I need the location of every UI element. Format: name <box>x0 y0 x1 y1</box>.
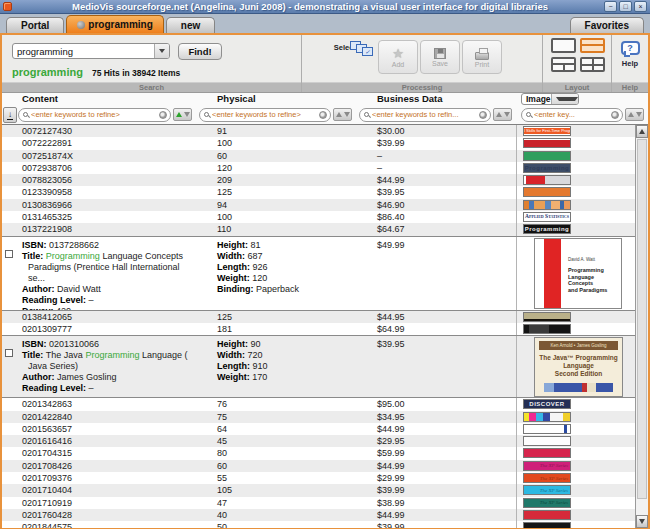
table-row[interactable]: 0072938706120–Programming <box>2 162 635 174</box>
image-cell: The XP Series <box>516 484 635 496</box>
table-row[interactable]: 0201309777181$64.99 <box>2 323 635 335</box>
table-header: Content Physical Business Data Image <box>2 93 648 105</box>
table-row[interactable]: 007212743091$30.00Essential Skills for F… <box>2 125 635 137</box>
column-header-physical[interactable]: Physical <box>196 93 356 105</box>
image-cell <box>516 186 635 198</box>
book-cover-thumbnail: The XP Series <box>523 473 571 483</box>
layout-single-icon[interactable] <box>551 38 576 53</box>
scroll-down-button[interactable] <box>636 515 648 528</box>
filter-go-icon[interactable] <box>611 111 619 119</box>
row-checkbox[interactable] <box>5 349 13 357</box>
physical-filter-input[interactable] <box>211 110 318 119</box>
table-row[interactable]: 020156365764$44.99 <box>2 423 635 435</box>
table-row[interactable]: 020184457550$39.99 <box>2 521 635 528</box>
business-cell: $39.99 <box>356 484 516 496</box>
content-filter-input[interactable] <box>30 110 158 119</box>
table-row[interactable]: 013083696694$46.90 <box>2 199 635 211</box>
table-row[interactable]: 0123390958125$39.95 <box>2 186 635 198</box>
vertical-scrollbar[interactable] <box>635 125 648 528</box>
table-row[interactable]: 020161641645$29.95 <box>2 435 635 447</box>
tab-portal[interactable]: Portal <box>6 17 64 33</box>
image-cell <box>516 323 635 335</box>
detail-field: Height: 90 <box>217 339 356 350</box>
physical-cell: 209 <box>196 174 356 186</box>
layout-horizontal-split-icon[interactable] <box>580 38 605 53</box>
business-sort-buttons[interactable] <box>493 108 512 121</box>
physical-filter[interactable] <box>199 108 331 122</box>
table-row-expanded[interactable]: ISBN: 0201310066Title: The Java Programm… <box>2 335 635 398</box>
table-row[interactable]: 020176042840$44.99 <box>2 509 635 521</box>
detail-field: ISBN: 0137288662 <box>22 240 188 251</box>
table-row[interactable]: 0131465325100$86.40Applied Statistics <box>2 211 635 223</box>
physical-cell: 60 <box>196 460 356 472</box>
select-all-button[interactable]: ✓ Select all <box>328 41 372 52</box>
filter-go-icon[interactable] <box>159 111 167 119</box>
book-cover-thumbnail: DISCOVER <box>523 399 571 409</box>
image-filter[interactable] <box>521 108 623 122</box>
physical-sort-buttons[interactable] <box>333 108 352 121</box>
search-combobox[interactable] <box>12 43 170 59</box>
tab-programming[interactable]: programming <box>66 15 163 33</box>
layout-quad-icon[interactable] <box>580 57 605 72</box>
column-header-content[interactable]: Content <box>2 93 196 105</box>
table-row[interactable]: 0078823056209$44.99 <box>2 174 635 186</box>
physical-cell: 125 <box>196 311 356 323</box>
download-button[interactable]: ↓ <box>3 107 17 123</box>
find-button[interactable]: Find! <box>178 43 222 60</box>
cover-title-line: and Paradigms <box>568 287 607 294</box>
book-cover-thumbnail: Applied Statistics <box>523 212 571 222</box>
add-button[interactable]: ★ Add <box>378 40 418 74</box>
image-sort-buttons[interactable] <box>625 108 644 121</box>
table-row[interactable]: 020142284075$34.95 <box>2 411 635 423</box>
image-cell: Ken Arnold • James GoslingThe Java™ Prog… <box>516 336 635 397</box>
scroll-up-button[interactable] <box>636 125 648 138</box>
table-row[interactable]: 020171091947$38.99The XP Series <box>2 497 635 509</box>
layout-top-bottom-split-icon[interactable] <box>551 57 576 72</box>
content-cell: 0201704315 <box>2 447 196 459</box>
table-row[interactable]: 020170842660$44.99The XP Series <box>2 460 635 472</box>
search-icon <box>204 112 209 117</box>
search-input[interactable] <box>13 46 154 57</box>
table-row-expanded[interactable]: ISBN: 0137288662Title: Programming Langu… <box>2 236 635 311</box>
business-cell: $44.99 <box>356 174 516 186</box>
image-filter-input[interactable] <box>533 110 610 119</box>
content-sort-buttons[interactable] <box>173 108 192 121</box>
tab-new[interactable]: new <box>166 17 215 33</box>
table-row[interactable]: 0138412065125$44.95 <box>2 311 635 323</box>
cover-title: The Java™ ProgrammingLanguageSecond Edit… <box>535 354 622 378</box>
filter-go-icon[interactable] <box>479 111 487 119</box>
content-cell: 0131465325 <box>2 211 196 223</box>
business-filter-input[interactable] <box>371 110 478 119</box>
image-selector-dropdown-button[interactable] <box>551 94 578 104</box>
save-button[interactable]: Save <box>420 40 460 74</box>
table-row[interactable]: 0137221908110$64.67Programming <box>2 223 635 235</box>
table-row[interactable]: 020134286376$95.00DISCOVER <box>2 398 635 410</box>
content-detail-cell: ISBN: 0137288662Title: Programming Langu… <box>2 237 196 310</box>
help-bubble-icon[interactable]: ? <box>621 41 640 55</box>
table-row[interactable]: 0201710404105$39.99The XP Series <box>2 484 635 496</box>
table-row[interactable]: 020170431580$59.99 <box>2 447 635 459</box>
filter-go-icon[interactable] <box>319 111 327 119</box>
sort-descending-icon <box>636 112 642 117</box>
row-checkbox[interactable] <box>5 250 13 258</box>
table-row[interactable]: 020170937655$29.99The XP Series <box>2 472 635 484</box>
scrollbar-thumb[interactable] <box>637 139 647 499</box>
table-row[interactable]: 0072222891100$39.99 <box>2 137 635 149</box>
close-button[interactable]: × <box>634 1 647 12</box>
content-cell: 007251874X <box>2 150 196 162</box>
column-header-business[interactable]: Business Data <box>356 93 516 105</box>
image-column-selector[interactable]: Image <box>521 93 579 105</box>
print-printer-icon <box>475 52 489 60</box>
business-cell: $64.67 <box>356 223 516 235</box>
tab-favorites[interactable]: Favorites <box>570 17 644 33</box>
tab-bar: Portal programming new Favorites <box>0 14 650 33</box>
content-filter[interactable] <box>18 108 171 122</box>
minimize-button[interactable]: − <box>604 1 617 12</box>
table-row[interactable]: 007251874X60– <box>2 150 635 162</box>
content-cell: 0130836966 <box>2 199 196 211</box>
print-button[interactable]: Print <box>462 40 502 74</box>
maximize-button[interactable]: □ <box>619 1 632 12</box>
image-cell <box>516 137 635 149</box>
business-filter[interactable] <box>359 108 491 122</box>
search-dropdown-button[interactable] <box>154 44 169 58</box>
